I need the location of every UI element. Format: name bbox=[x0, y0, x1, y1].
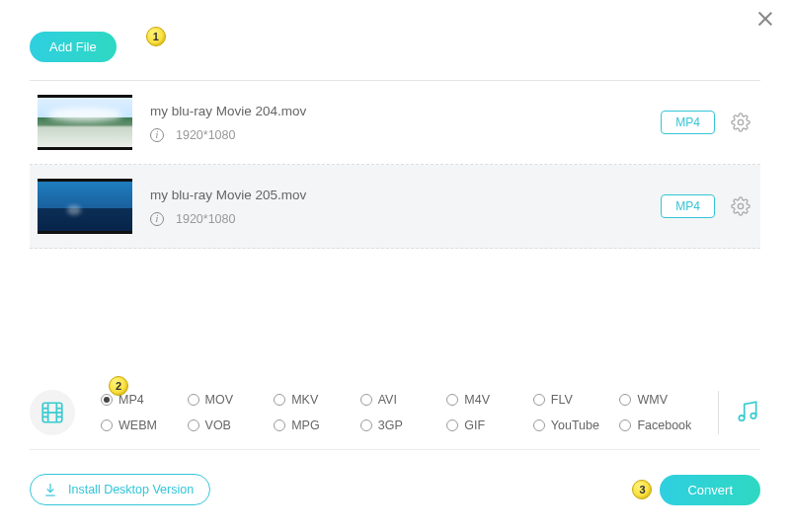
info-icon[interactable]: i bbox=[150, 128, 164, 142]
radio-dot-icon bbox=[274, 394, 285, 406]
add-file-button[interactable]: Add File bbox=[30, 32, 117, 62]
svg-point-1 bbox=[738, 203, 743, 208]
format-radio-label: MPG bbox=[291, 418, 319, 432]
format-radio-label: Facebook bbox=[637, 418, 691, 432]
info-icon[interactable]: i bbox=[150, 212, 164, 226]
format-radio-flv[interactable]: FLV bbox=[533, 393, 616, 407]
file-row[interactable]: my blu-ray Movie 204.mov i 1920*1080 MP4 bbox=[30, 81, 760, 165]
gear-icon[interactable] bbox=[731, 113, 750, 132]
file-name: my blu-ray Movie 205.mov bbox=[150, 188, 661, 202]
radio-dot-icon bbox=[619, 419, 631, 431]
close-icon[interactable] bbox=[756, 10, 774, 28]
format-radio-wmv[interactable]: WMV bbox=[619, 393, 702, 407]
convert-button[interactable]: Convert bbox=[660, 475, 760, 505]
radio-dot-icon bbox=[533, 394, 545, 406]
svg-point-10 bbox=[739, 415, 744, 419]
file-resolution: 1920*1080 bbox=[176, 128, 235, 142]
format-radio-label: WEBM bbox=[118, 418, 157, 432]
radio-dot-icon bbox=[188, 419, 199, 431]
format-radio-youtube[interactable]: YouTube bbox=[533, 418, 616, 432]
video-thumbnail[interactable] bbox=[38, 95, 132, 150]
radio-dot-icon bbox=[533, 419, 545, 431]
svg-point-11 bbox=[750, 413, 755, 418]
radio-dot-icon bbox=[446, 419, 458, 431]
toolbar: Add File 1 bbox=[30, 12, 760, 81]
radio-dot-icon bbox=[101, 419, 113, 431]
install-desktop-label: Install Desktop Version bbox=[68, 483, 194, 496]
radio-dot-icon bbox=[101, 394, 113, 406]
radio-dot-icon bbox=[619, 394, 631, 406]
format-radio-mov[interactable]: MOV bbox=[188, 393, 271, 407]
format-radio-facebook[interactable]: Facebook bbox=[619, 418, 702, 432]
format-radio-vob[interactable]: VOB bbox=[188, 418, 271, 432]
file-name: my blu-ray Movie 204.mov bbox=[150, 104, 661, 118]
format-panel: 2 MP4MOVMKVAVIM4VFLVWMVWEBMVOBMPG3GPGIFY… bbox=[30, 390, 760, 450]
install-desktop-button[interactable]: Install Desktop Version bbox=[30, 474, 210, 505]
radio-dot-icon bbox=[446, 394, 458, 406]
output-format-chip[interactable]: MP4 bbox=[661, 111, 715, 134]
radio-dot-icon bbox=[274, 419, 285, 431]
radio-dot-icon bbox=[188, 394, 199, 406]
format-radio-label: GIF bbox=[464, 418, 485, 432]
format-radio-webm[interactable]: WEBM bbox=[101, 418, 184, 432]
file-row[interactable]: my blu-ray Movie 205.mov i 1920*1080 MP4 bbox=[30, 165, 760, 249]
format-radio-3gp[interactable]: 3GP bbox=[360, 418, 443, 432]
file-resolution: 1920*1080 bbox=[176, 212, 235, 226]
step-badge-1: 1 bbox=[146, 27, 166, 46]
divider bbox=[718, 391, 719, 434]
format-radio-avi[interactable]: AVI bbox=[360, 393, 443, 407]
format-radio-mkv[interactable]: MKV bbox=[274, 393, 356, 407]
output-format-chip[interactable]: MP4 bbox=[661, 194, 715, 218]
radio-dot-icon bbox=[360, 394, 372, 406]
format-radio-mpg[interactable]: MPG bbox=[274, 418, 356, 432]
step-badge-2: 2 bbox=[109, 376, 128, 396]
format-radio-label: 3GP bbox=[378, 418, 403, 432]
format-radio-label: AVI bbox=[378, 393, 397, 407]
download-icon bbox=[42, 482, 58, 497]
gear-icon[interactable] bbox=[731, 196, 750, 216]
format-radio-label: WMV bbox=[637, 393, 668, 407]
svg-point-0 bbox=[738, 119, 743, 124]
format-radio-gif[interactable]: GIF bbox=[446, 418, 529, 432]
step-badge-3: 3 bbox=[632, 480, 652, 499]
video-thumbnail[interactable] bbox=[38, 179, 132, 234]
format-radio-m4v[interactable]: M4V bbox=[446, 393, 529, 407]
format-radio-label: FLV bbox=[551, 393, 573, 407]
radio-dot-icon bbox=[360, 419, 372, 431]
format-radio-label: M4V bbox=[464, 393, 490, 407]
format-radio-label: VOB bbox=[205, 418, 231, 432]
video-category-icon[interactable] bbox=[30, 390, 75, 435]
audio-category-icon[interactable] bbox=[735, 399, 760, 427]
format-radio-label: MKV bbox=[291, 393, 318, 407]
format-radio-label: MOV bbox=[205, 393, 233, 407]
file-list: my blu-ray Movie 204.mov i 1920*1080 MP4… bbox=[30, 81, 760, 249]
format-radio-label: YouTube bbox=[551, 418, 599, 432]
format-radio-mp4[interactable]: MP4 bbox=[101, 393, 184, 407]
